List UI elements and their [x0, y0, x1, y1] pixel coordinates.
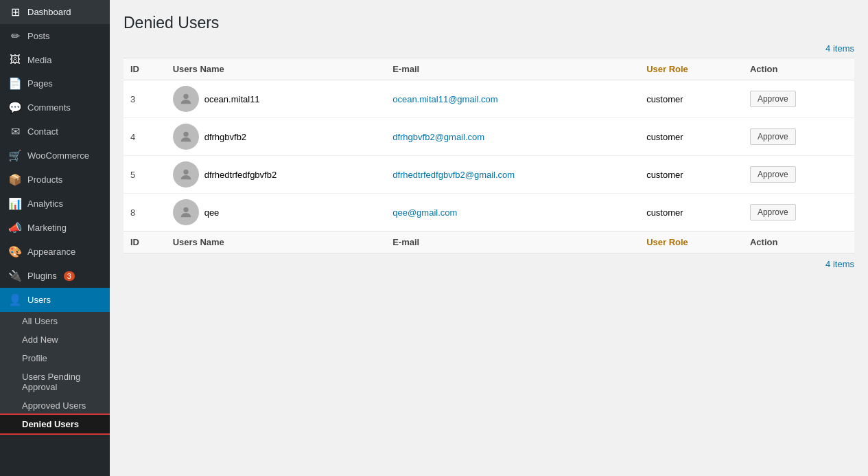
sidebar-item-contact[interactable]: ✉ Contact: [0, 120, 110, 144]
sidebar: ⊞ Dashboard ✏ Posts 🖼 Media 📄 Pages 💬 Co…: [0, 0, 110, 476]
denied-users-table: ID Users Name E-mail User Role Action 3 …: [124, 58, 854, 253]
sidebar-item-label: Comments: [27, 102, 71, 113]
col-footer-email: E-mail: [386, 231, 640, 253]
username-text: qee: [204, 207, 220, 218]
svg-point-1: [183, 132, 188, 137]
avatar: [173, 124, 199, 150]
sidebar-item-label: Appearance: [27, 247, 75, 257]
cell-action: Approve: [743, 156, 854, 194]
sidebar-item-approved-users[interactable]: Approved Users: [0, 396, 110, 415]
col-footer-id: ID: [124, 231, 166, 253]
sidebar-item-products[interactable]: 📦 Products: [0, 168, 110, 192]
sidebar-item-analytics[interactable]: 📊 Analytics: [0, 192, 110, 216]
sidebar-item-woocommerce[interactable]: 🛒 WooCommerce: [0, 144, 110, 168]
username-text: dfrhedtrfedfgbvfb2: [204, 170, 277, 180]
table-body: 3 ocean.mital11 ocean.mital11@gmail.com …: [124, 80, 854, 231]
avatar: [173, 86, 199, 112]
sidebar-item-posts[interactable]: ✏ Posts: [0, 24, 110, 48]
sidebar-item-label: Media: [27, 55, 51, 65]
approve-button[interactable]: Approve: [750, 166, 796, 183]
sidebar-item-all-users[interactable]: All Users: [0, 312, 110, 330]
users-pending-label: Users Pending Approval: [22, 372, 80, 392]
table-row: 4 dfrhgbvfb2 dfrhgbvfb2@gmail.com custom…: [124, 118, 854, 156]
email-link[interactable]: dfrhgbvfb2@gmail.com: [392, 132, 484, 142]
col-header-action: Action: [743, 58, 854, 80]
avatar: [173, 199, 199, 225]
profile-label: Profile: [22, 353, 47, 363]
cell-userrole: customer: [640, 156, 743, 194]
cell-action: Approve: [743, 80, 854, 118]
sidebar-item-label: Posts: [27, 31, 50, 41]
email-link[interactable]: qee@gmail.com: [392, 207, 457, 218]
approve-button[interactable]: Approve: [750, 91, 796, 107]
items-count-bottom: 4 items: [124, 259, 854, 269]
table-footer-row: ID Users Name E-mail User Role Action: [124, 231, 854, 253]
avatar: [173, 161, 199, 188]
sidebar-item-users[interactable]: 👤 Users: [0, 288, 110, 312]
sidebar-item-plugins[interactable]: 🔌 Plugins 3: [0, 264, 110, 288]
cell-userrole: customer: [640, 118, 743, 156]
col-header-userrole: User Role: [640, 58, 743, 80]
svg-point-3: [183, 207, 188, 212]
col-footer-username: Users Name: [166, 231, 386, 253]
dashboard-icon: ⊞: [8, 5, 22, 19]
sidebar-item-label: Contact: [27, 126, 58, 137]
cell-email: ocean.mital11@gmail.com: [386, 80, 640, 118]
table-row: 8 qee qee@gmail.com customer Approve: [124, 194, 854, 231]
cell-action: Approve: [743, 118, 854, 156]
cell-id: 4: [124, 118, 166, 156]
sidebar-item-add-new[interactable]: Add New: [0, 330, 110, 349]
users-icon: 👤: [8, 293, 22, 306]
sidebar-item-pages[interactable]: 📄 Pages: [0, 71, 110, 95]
all-users-label: All Users: [22, 316, 58, 326]
username-text: dfrhgbvfb2: [204, 132, 246, 142]
approve-button[interactable]: Approve: [750, 204, 796, 220]
items-count-top: 4 items: [124, 43, 854, 54]
sidebar-item-comments[interactable]: 💬 Comments: [0, 95, 110, 120]
cell-id: 5: [124, 156, 166, 194]
sidebar-item-label: Dashboard: [27, 7, 71, 17]
comments-icon: 💬: [8, 101, 22, 114]
sidebar-item-label: Plugins: [27, 271, 57, 281]
table-row: 3 ocean.mital11 ocean.mital11@gmail.com …: [124, 80, 854, 118]
cell-username: dfrhedtrfedfgbvfb2: [166, 156, 386, 194]
pages-icon: 📄: [8, 77, 22, 90]
main-content: Denied Users 4 items ID Users Name E-mai…: [110, 0, 868, 476]
cell-userrole: customer: [640, 80, 743, 118]
col-header-id: ID: [124, 58, 166, 80]
svg-point-2: [183, 170, 188, 174]
approve-button[interactable]: Approve: [750, 128, 796, 145]
marketing-icon: 📣: [8, 221, 22, 234]
denied-users-label: Denied Users: [22, 419, 79, 429]
email-link[interactable]: ocean.mital11@gmail.com: [392, 94, 497, 104]
cell-email: dfrhgbvfb2@gmail.com: [386, 118, 640, 156]
table-row: 5 dfrhedtrfedfgbvfb2 dfrhedtrfedfgbvfb2@…: [124, 156, 854, 194]
sidebar-item-label: WooCommerce: [27, 150, 89, 161]
sidebar-item-denied-users[interactable]: Denied Users: [0, 415, 110, 433]
sidebar-item-profile[interactable]: Profile: [0, 349, 110, 367]
sidebar-item-marketing[interactable]: 📣 Marketing: [0, 216, 110, 240]
svg-point-0: [183, 94, 188, 99]
page-title: Denied Users: [124, 14, 854, 32]
table-header-row: ID Users Name E-mail User Role Action: [124, 58, 854, 80]
sidebar-item-media[interactable]: 🖼 Media: [0, 48, 110, 71]
users-submenu: All Users Add New Profile Users Pending …: [0, 312, 110, 433]
appearance-icon: 🎨: [8, 245, 22, 258]
sidebar-item-appearance[interactable]: 🎨 Appearance: [0, 240, 110, 264]
email-link[interactable]: dfrhedtrfedfgbvfb2@gmail.com: [392, 170, 515, 180]
sidebar-item-label: Users: [27, 295, 51, 305]
sidebar-item-label: Analytics: [27, 199, 63, 209]
plugins-icon: 🔌: [8, 269, 22, 282]
analytics-icon: 📊: [8, 197, 22, 210]
cell-email: qee@gmail.com: [386, 194, 640, 231]
contact-icon: ✉: [8, 125, 22, 138]
sidebar-item-label: Marketing: [27, 223, 67, 233]
cell-id: 3: [124, 80, 166, 118]
add-new-label: Add New: [22, 335, 58, 345]
cell-username: ocean.mital11: [166, 80, 386, 118]
username-text: ocean.mital11: [204, 94, 260, 104]
cell-id: 8: [124, 194, 166, 231]
approved-users-label: Approved Users: [22, 400, 86, 411]
sidebar-item-dashboard[interactable]: ⊞ Dashboard: [0, 0, 110, 24]
sidebar-item-users-pending[interactable]: Users Pending Approval: [0, 367, 110, 396]
